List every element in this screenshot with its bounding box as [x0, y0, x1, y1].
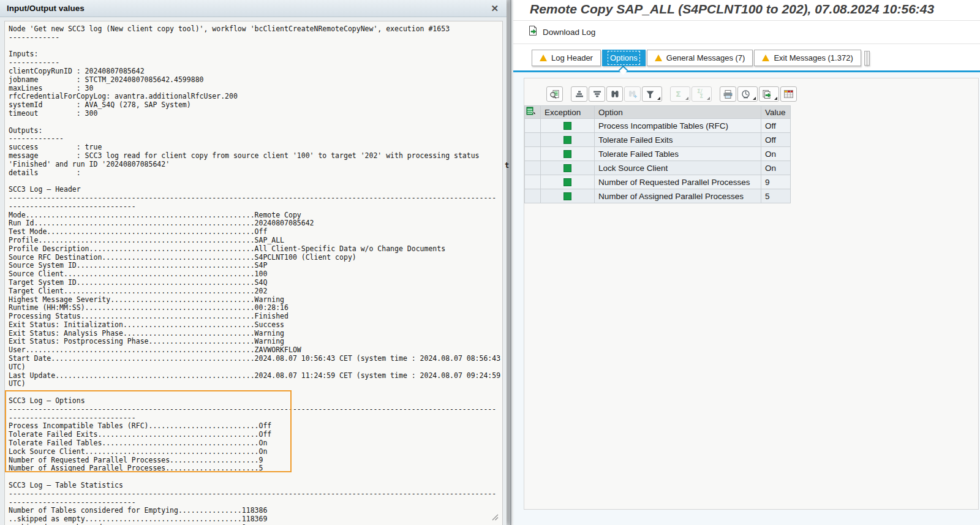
option-cell: Tolerate Failed Exits — [595, 133, 761, 147]
toolbar-find-next-button[interactable] — [624, 86, 641, 102]
row-selector[interactable] — [525, 189, 541, 203]
option-cell: Number of Assigned Parallel Processes — [595, 189, 761, 203]
warning-icon — [762, 55, 769, 61]
tab-stack-icon — [864, 50, 872, 66]
toolbar-print-button[interactable] — [720, 86, 736, 102]
alv-grid-container: ΣΣ/ Σ Exception Option Value Process Inc… — [524, 78, 979, 510]
toolbar-choose-layout-button[interactable] — [780, 86, 797, 102]
dropdown-caret-icon — [753, 97, 756, 100]
toolbar-total-button[interactable]: Σ — [670, 86, 690, 102]
select-all-header[interactable] — [525, 106, 541, 119]
toolbar-views-button[interactable] — [737, 86, 758, 102]
dropdown-caret-icon — [774, 97, 777, 100]
status-ok-icon — [564, 136, 571, 144]
dropdown-caret-icon — [685, 97, 688, 100]
table-row[interactable]: Number of Requested Parallel Processes9 — [525, 175, 791, 189]
toolbar-find-button[interactable] — [606, 86, 623, 102]
row-selector[interactable] — [525, 175, 541, 189]
download-log-icon — [527, 25, 538, 39]
status-ok-icon — [564, 192, 571, 200]
table-row[interactable]: Tolerate Failed ExitsOff — [525, 133, 791, 147]
tab-options[interactable]: Options — [602, 50, 646, 66]
status-ok-icon — [564, 178, 571, 186]
table-header-row: Exception Option Value — [525, 106, 791, 119]
exception-cell — [541, 133, 595, 147]
toolbar-sort-ascending-button[interactable] — [571, 86, 587, 102]
tab-exit-messages-1-372[interactable]: Exit Messages (1.372) — [754, 50, 861, 66]
alv-toolbar: ΣΣ/ Σ — [546, 86, 978, 102]
download-log-button[interactable]: Download Log — [527, 25, 595, 39]
row-selector[interactable] — [525, 161, 541, 175]
status-ok-icon — [564, 150, 571, 158]
log-text: Node 'Get new SCC3 log (New client copy … — [5, 21, 502, 525]
download-log-label: Download Log — [543, 28, 595, 37]
io-values-dialog: Input/Output values ✕ Node 'Get new SCC3… — [0, 0, 507, 525]
toolbar-subtotal-button[interactable]: Σ/ Σ — [692, 86, 712, 102]
row-selector[interactable] — [525, 119, 541, 133]
close-icon[interactable]: ✕ — [491, 0, 499, 17]
option-cell: Number of Requested Parallel Processes — [595, 175, 761, 189]
toolbar-set-filter-button[interactable] — [642, 86, 662, 102]
options-table: Exception Option Value Process Incompati… — [524, 105, 791, 203]
col-exception[interactable]: Exception — [541, 106, 595, 119]
exception-cell — [541, 175, 595, 189]
option-cell: Process Incompatible Tables (RFC) — [595, 119, 761, 133]
remote-copy-log-panel: Remote Copy SAP_ALL (S4PCLNT100 to 202),… — [513, 0, 980, 525]
exception-cell — [541, 147, 595, 161]
page-title: Remote Copy SAP_ALL (S4PCLNT100 to 202),… — [530, 2, 934, 17]
dialog-titlebar[interactable]: Input/Output values ✕ — [0, 0, 507, 17]
tabstrip-underline — [513, 70, 980, 72]
col-option[interactable]: Option — [595, 106, 761, 119]
log-content-area: Node 'Get new SCC3 log (New client copy … — [4, 21, 503, 525]
option-cell: Tolerate Failed Tables — [595, 147, 761, 161]
value-cell: On — [761, 161, 791, 175]
resize-grip-icon[interactable] — [491, 512, 499, 523]
divider — [513, 20, 980, 21]
value-cell: 9 — [761, 175, 791, 189]
status-ok-icon — [564, 164, 571, 172]
value-cell: On — [761, 147, 791, 161]
toolbar-sort-descending-button[interactable] — [589, 86, 605, 102]
tab-log-header[interactable]: Log Header — [532, 50, 601, 66]
status-ok-icon — [564, 122, 571, 130]
dropdown-caret-icon — [707, 97, 710, 100]
col-value[interactable]: Value — [761, 106, 791, 119]
table-row[interactable]: Lock Source ClientOn — [525, 161, 791, 175]
tab-general-messages-7[interactable]: General Messages (7) — [647, 50, 753, 66]
table-row[interactable]: Process Incompatible Tables (RFC)Off — [525, 119, 791, 133]
row-selector[interactable] — [525, 133, 541, 147]
warning-icon — [655, 55, 662, 61]
clipped-background-text: t — [505, 161, 509, 170]
splitter[interactable] — [507, 0, 513, 525]
divider — [513, 43, 980, 44]
dropdown-caret-icon — [657, 97, 660, 100]
exception-cell — [541, 119, 595, 133]
warning-icon — [540, 55, 547, 61]
toolbar-export-button[interactable] — [759, 86, 779, 102]
screen: Remote Copy SAP_ALL (S4PCLNT100 to 202),… — [0, 0, 980, 525]
toolbar-detail-view-button[interactable] — [546, 86, 563, 102]
table-row[interactable]: Tolerate Failed TablesOn — [525, 147, 791, 161]
value-cell: Off — [761, 119, 791, 133]
exception-cell — [541, 161, 595, 175]
tab-bar: Log HeaderOptionsGeneral Messages (7)Exi… — [532, 50, 862, 66]
value-cell: Off — [761, 133, 791, 147]
options-table-body: Process Incompatible Tables (RFC)OffTole… — [525, 119, 791, 203]
value-cell: 5 — [761, 189, 791, 203]
table-row[interactable]: Number of Assigned Parallel Processes5 — [525, 189, 791, 203]
exception-cell — [541, 189, 595, 203]
dialog-title: Input/Output values — [7, 0, 85, 17]
row-selector[interactable] — [525, 147, 541, 161]
option-cell: Lock Source Client — [595, 161, 761, 175]
